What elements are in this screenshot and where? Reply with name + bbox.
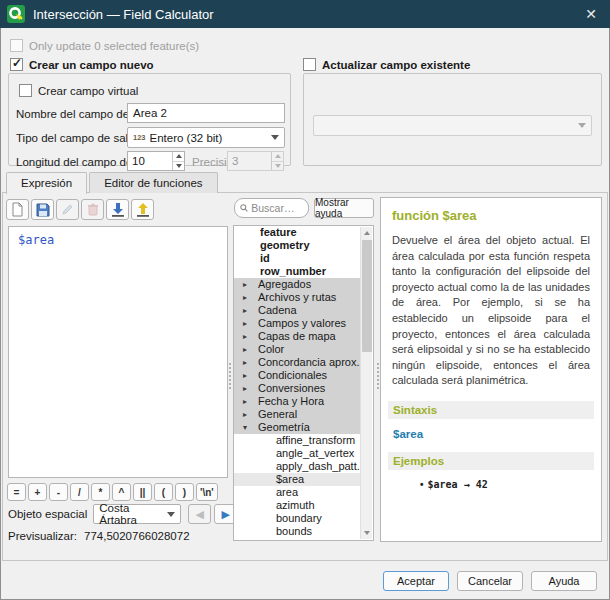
function-help-panel: función $area Devuelve el área del objet… [380,197,602,542]
dialog-button-aceptar[interactable]: Aceptar [383,571,449,591]
function-item-concordancia-aprox[interactable]: ▸Concordancia aprox... [234,356,360,369]
function-item-agregados[interactable]: ▸Agregados [234,278,360,291]
function-item-affine-transform[interactable]: affine_transform [234,434,360,447]
splitter-handle[interactable] [377,363,380,389]
function-item-cadena[interactable]: ▸Cadena [234,304,360,317]
examples-heading: Ejemplos [388,452,594,470]
feature-navigation: Objeto espacial Costa Ártabra ◀ ▶ [8,504,237,524]
example-item: •$area → 42 [420,479,590,490]
chevron-right-icon[interactable]: ▸ [243,395,247,408]
splitter-handle[interactable] [229,363,232,389]
chevron-right-icon[interactable]: ▸ [243,330,247,343]
operator-button[interactable]: ^ [112,483,131,501]
tab-bar: ExpresiónEditor de funciones [6,172,220,194]
operator-button[interactable]: * [91,483,110,501]
function-item-boundary[interactable]: boundary [234,512,360,525]
function-item-label: bounds [276,525,312,537]
function-item-label: row_number [260,265,326,277]
operator-button[interactable]: = [7,483,26,501]
operator-button[interactable]: / [70,483,89,501]
expression-editor[interactable]: $area [8,226,228,478]
tab-editor-de-funciones[interactable]: Editor de funciones [89,172,217,193]
spin-down-button[interactable] [173,161,184,171]
trash-icon [87,203,99,216]
chevron-down-icon[interactable]: ▾ [243,421,247,434]
virtual-field-checkbox[interactable]: Crear campo virtual [19,84,138,97]
qgis-logo-icon [7,5,25,23]
dialog-buttons: AceptarCancelarAyuda [383,571,597,591]
function-item-fecha-y-hora[interactable]: ▸Fecha y Hora [234,395,360,408]
operator-button[interactable]: ( [154,483,173,501]
bullet-icon: • [420,479,424,490]
function-item-color[interactable]: ▸Color [234,343,360,356]
function-item-feature[interactable]: feature [234,226,360,239]
function-search[interactable] [234,198,309,218]
function-item-row-number[interactable]: row_number [234,265,360,278]
tab-expresi-n[interactable]: Expresión [6,172,87,194]
function-item-condicionales[interactable]: ▸Condicionales [234,369,360,382]
checkbox-box: ✓ [10,58,23,71]
scroll-down-button[interactable] [361,527,373,539]
scroll-up-button[interactable] [361,227,373,239]
scrollbar-thumb[interactable] [362,240,372,352]
output-type-label: Tipo del campo de salida [16,132,143,144]
function-item-area[interactable]: $area [234,473,360,486]
chevron-right-icon[interactable]: ▸ [243,291,247,304]
function-item-label: Color [258,343,284,355]
operator-button[interactable]: ) [175,483,194,501]
spinner-buttons [271,152,283,170]
function-item-geometr-a[interactable]: ▾Geometría [234,421,360,434]
output-length-input[interactable] [128,152,172,170]
chevron-right-icon[interactable]: ▸ [243,278,247,291]
chevron-right-icon[interactable]: ▸ [243,317,247,330]
dialog-button-cancelar[interactable]: Cancelar [457,571,523,591]
function-item-conversiones[interactable]: ▸Conversiones [234,382,360,395]
function-item-angle-at-vertex[interactable]: angle_at_vertex [234,447,360,460]
operator-button[interactable]: || [133,483,152,501]
function-item-id[interactable]: id [234,252,360,265]
chevron-right-icon[interactable]: ▸ [243,408,247,421]
operator-button[interactable]: - [49,483,68,501]
export-expression-button[interactable] [131,199,154,220]
scrollbar[interactable] [360,227,372,539]
delete-expression-button [81,199,104,220]
create-new-field-checkbox[interactable]: ✓ Crear un campo nuevo [10,58,154,71]
operator-button[interactable]: + [28,483,47,501]
spin-up-icon [176,154,182,158]
function-item-azimuth[interactable]: azimuth [234,499,360,512]
chevron-right-icon[interactable]: ▸ [243,343,247,356]
function-item-area[interactable]: area [234,486,360,499]
search-input[interactable] [251,202,303,214]
close-icon[interactable]: ✕ [585,0,597,28]
chevron-right-icon[interactable]: ▸ [243,369,247,382]
chevron-right-icon[interactable]: ▸ [243,304,247,317]
operator-button[interactable]: '\n' [196,483,218,501]
chevron-right-icon[interactable]: ▸ [243,382,247,395]
new-expression-button[interactable] [6,199,29,220]
update-existing-field-checkbox[interactable]: Actualizar campo existente [303,58,470,71]
expression-code[interactable]: $area [9,227,227,253]
only-update-checkbox[interactable]: Only update 0 selected feature(s) [10,39,199,52]
save-expression-button[interactable] [31,199,54,220]
existing-field-combobox [313,115,592,136]
function-item-capas-de-mapa[interactable]: ▸Capas de mapa [234,330,360,343]
import-expression-button[interactable] [106,199,129,220]
function-item-general[interactable]: ▸General [234,408,360,421]
dialog-button-ayuda[interactable]: Ayuda [531,571,597,591]
function-item-bounds[interactable]: bounds [234,525,360,538]
show-help-button[interactable]: Mostrar ayuda [314,198,374,218]
spin-up-button[interactable] [173,152,184,161]
output-name-input[interactable] [127,103,285,123]
function-item-campos-y-valores[interactable]: ▸Campos y valores [234,317,360,330]
chevron-right-icon[interactable]: ▸ [243,356,247,369]
output-type-combobox[interactable]: 123 Entero (32 bit) [127,127,285,148]
function-item-archivos-y-rutas[interactable]: ▸Archivos y rutas [234,291,360,304]
output-length-spinner[interactable] [127,151,185,171]
spinner-buttons[interactable] [172,152,184,170]
titlebar: Intersección — Field Calculator ✕ [0,0,610,28]
function-item-apply-dash-patt[interactable]: apply_dash_patt... [234,460,360,473]
function-list[interactable]: featuregeometryidrow_number▸Agregados▸Ar… [233,225,374,541]
feature-combobox[interactable]: Costa Ártabra [93,504,181,524]
export-arrow-icon [136,202,150,217]
function-item-geometry[interactable]: geometry [234,239,360,252]
